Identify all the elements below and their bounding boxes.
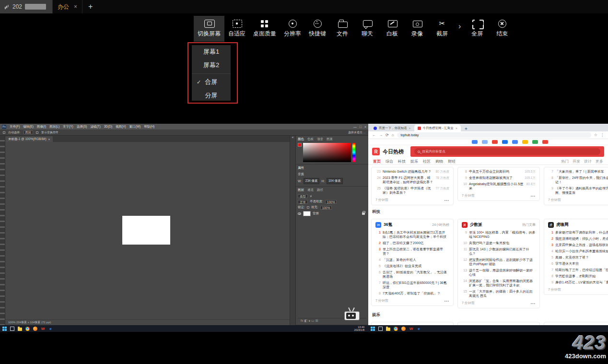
bookmark-favicon[interactable] [512, 140, 518, 144]
card-header[interactable]: 虎 虎嗅网 [544, 220, 608, 229]
list-item[interactable]: 11 新玩意 143｜少数派的编辑们最近买了什么？ [458, 246, 539, 257]
toolbar-button[interactable]: ✂ 截屏 [430, 16, 455, 42]
firefox-icon[interactable] [33, 327, 37, 331]
ps-menu-item[interactable]: 编辑(E) [23, 125, 34, 129]
panel-tab[interactable]: 渐变 [317, 137, 323, 141]
list-item[interactable]: 9 身价1.45万亿，LV背后的天使与「魔鬼」 [544, 279, 608, 285]
auto-select-dropdown[interactable]: 图层 [23, 130, 33, 134]
window-control-icon[interactable]: × [364, 125, 366, 129]
layer-visibility-eye-icon[interactable] [298, 212, 301, 215]
list-item[interactable]: 9 《羊了个羊》遇到最高水平的处理方式：直面、慢慢直后 [544, 185, 608, 196]
nav-link[interactable]: 设计 [584, 159, 592, 164]
width-field[interactable]: 234 像素 [304, 178, 320, 184]
bookmark-star-icon[interactable]: ☆ [594, 133, 597, 137]
document-tab[interactable]: 未标题-1 @ 100%(RGB/8#) × [5, 136, 53, 142]
reload-icon[interactable]: ⟳ [386, 133, 389, 137]
start-icon[interactable] [2, 327, 7, 331]
list-item[interactable]: 7 听说，你们ESG总监年薪650000元？| 36氪深度 [372, 280, 453, 290]
more-icon[interactable]: ••• [444, 299, 449, 303]
edge-icon[interactable]: e [48, 327, 53, 331]
toolbar-button[interactable]: 桌面质量 [249, 16, 280, 42]
list-item[interactable]: 8 学历贬值这事，才刚刚开始 [544, 273, 608, 279]
screen-preview-1[interactable]: Ps 文件(F)编辑(E)图像(I)图层(L)文字(Y)选择(S)滤镜(T)3D… [0, 124, 368, 332]
checkbox-icon[interactable] [36, 131, 38, 134]
ps-canvas[interactable] [5, 142, 290, 319]
tab-session-bangong[interactable]: 办公 × [53, 0, 82, 13]
menu-item-screen[interactable]: 屏幕2 [192, 59, 231, 72]
list-type-badge[interactable]: 热门文章 [522, 223, 536, 227]
list-item[interactable]: 9 全世界都知道赵丽颖被淘汰了 105.1万 [458, 175, 539, 181]
close-tab-icon[interactable]: × [456, 127, 457, 130]
list-item[interactable]: 3 北京四中聚会上热搜，这场名校联欢 [544, 242, 608, 248]
new-tab-button[interactable]: + [82, 0, 98, 13]
list-item[interactable]: 5 离婚，究竟伤害了谁？ [544, 254, 608, 260]
list-item[interactable]: 12 把宝贵的时间留给作品，追剧观影少不了这些 PotPlayer 辅助 [458, 257, 539, 267]
list-item[interactable]: 6 告别了，80后最爱的「汽车教父」，无法体面退场 [372, 269, 453, 280]
panel-tab[interactable]: 通道 [307, 188, 314, 192]
task-view-icon[interactable] [10, 327, 14, 331]
nav-link[interactable]: 首页 [373, 159, 381, 164]
toolbar-button[interactable]: 自适应 [224, 16, 249, 42]
bookmark-favicon[interactable] [502, 140, 508, 144]
more-icon[interactable]: ••• [531, 194, 536, 198]
blend-mode-dropdown[interactable]: 正常 [298, 200, 308, 204]
menu-item-screen[interactable]: 屏幕1 [192, 45, 231, 59]
toolbar-button[interactable]: 分辨率 [280, 16, 305, 42]
card-header[interactable]: 36 36氪 24小时热榜 [372, 220, 453, 229]
toolbar-button[interactable]: 文件 [330, 16, 355, 42]
panel-tab[interactable]: 色板 [307, 137, 314, 141]
more-icon[interactable]: ••• [531, 302, 536, 305]
source-name[interactable]: 虎嗅网 [556, 222, 569, 228]
more-tools-chevron-icon[interactable]: › [455, 16, 465, 42]
bookmark-favicon[interactable] [472, 140, 478, 144]
ps-menu-item[interactable]: 选择(S) [77, 125, 87, 129]
list-item[interactable]: 8 「新华社」24年前的今天，我们永远不会忘记！ [544, 175, 608, 185]
toolbar-button[interactable]: 白板 [380, 16, 405, 42]
lock-transparent-icon[interactable] [307, 206, 309, 209]
list-item[interactable]: 10 真我行吗？这是一集黑胶包 [458, 240, 539, 246]
site-search-input[interactable]: 搜索内容标签点 [414, 148, 600, 155]
nav-link[interactable]: 热门 [561, 159, 569, 164]
browser-menu-icon[interactable]: ⋮ [600, 133, 604, 137]
list-item[interactable]: 1 多家银行宣布下调存款利率，什么信号 [544, 229, 608, 235]
height-field[interactable]: 104 像素 [327, 178, 343, 184]
home-icon[interactable]: ⌂ [392, 133, 394, 137]
list-item[interactable]: 14 浏览器扩「宝」合集：实用而有趣的浏览器扩展一览，我们帮你找到了这 8 款 [458, 278, 539, 288]
list-item[interactable]: 2 我在淄博吃烧烤：排队八小时，差点没吃上 [544, 235, 608, 242]
chrome-icon[interactable] [25, 327, 30, 331]
ps-toolbox[interactable] [0, 136, 5, 325]
panel-tab[interactable]: 图层 [298, 188, 304, 192]
list-item[interactable]: 8 7天涨粉400万，谁制造了「挖掘机」？ [372, 290, 453, 296]
ps-menu-item[interactable]: 视图(V) [116, 125, 126, 129]
forward-icon[interactable]: → [379, 133, 383, 137]
panel-tab[interactable]: 属性 [298, 166, 304, 170]
toolbar-button[interactable]: 全屏 [465, 16, 490, 42]
ps-menu-item[interactable]: 文字(Y) [63, 125, 73, 129]
list-item[interactable]: 3 登上抖音总榜第二，谁在看董宇辉直播带货？ [372, 246, 453, 257]
list-item[interactable]: 1 8点1氪｜员工午休转发朋友圈被罚1万且开除；巴菲特称不会和马斯克竞争；半个科… [372, 229, 453, 240]
bookmark-favicon[interactable] [532, 140, 538, 144]
task-view-icon[interactable] [378, 327, 383, 331]
select-mask-button[interactable]: 选择并遮住… [348, 130, 365, 135]
wps-icon[interactable]: W [409, 327, 413, 331]
source-name[interactable]: 少数派 [470, 222, 482, 228]
panel-tab[interactable]: 颜色 [298, 137, 304, 141]
tophub-logo[interactable]: R [372, 148, 380, 155]
list-item[interactable]: 15 一次「大开眼界」的体验：四十多人的近距离观光 西瓜 [458, 288, 539, 299]
nav-link[interactable]: 科技 [398, 159, 406, 164]
list-item[interactable]: 4 哈尔滨一小区住户私拆承重墙后续如何？ [544, 248, 608, 254]
nav-link[interactable]: 更多 [596, 159, 603, 164]
card-header[interactable]: 派 少数派 热门文章 [458, 220, 539, 229]
list-item[interactable]: 6 字节退休大本营 [544, 260, 608, 267]
close-doc-icon[interactable]: × [48, 138, 50, 141]
panel-tab[interactable]: 图案 [327, 137, 333, 141]
bookmark-favicon[interactable] [542, 140, 548, 144]
toolbar-button[interactable]: 快捷键 [305, 16, 330, 42]
nav-link[interactable]: 社区 [423, 159, 431, 164]
ps-menu-item[interactable]: 帮助(H) [144, 125, 154, 129]
nav-link[interactable]: 开发 [573, 159, 580, 164]
bookmark-favicon[interactable] [482, 140, 488, 144]
list-item[interactable]: 24 2023 赛季 F1 迈阿密大奖赛，维斯塔潘夺冠，如何评价这场比赛？ 78… [372, 175, 453, 185]
back-icon[interactable]: ← [372, 133, 376, 137]
taskbar-clock[interactable]: 13:40 2023/1/8 [354, 326, 366, 331]
